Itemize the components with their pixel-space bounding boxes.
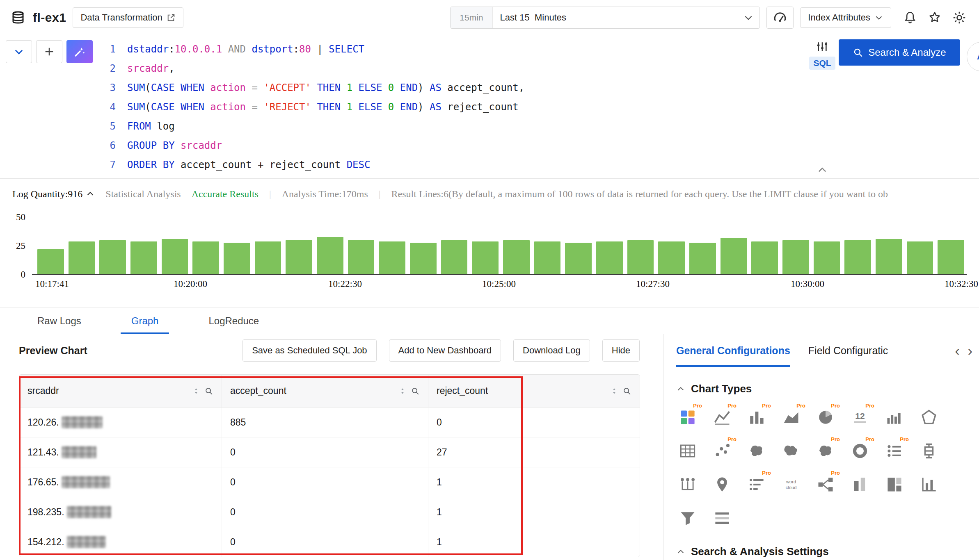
settings-button[interactable]	[950, 9, 968, 27]
histogram-bar[interactable]	[224, 243, 250, 275]
sql-mode-badge[interactable]: SQL	[809, 57, 835, 70]
histogram-bar[interactable]	[689, 243, 716, 275]
histogram-bar[interactable]	[255, 241, 281, 275]
histogram-bar[interactable]	[658, 241, 685, 275]
chart-type-line-chart[interactable]: Pro	[711, 406, 734, 429]
chart-type-column-compare[interactable]	[849, 473, 871, 496]
table-row[interactable]: 198.235.01	[19, 497, 640, 527]
favorites-button[interactable]	[926, 9, 944, 27]
table-row[interactable]: 120.26.8850	[19, 407, 640, 437]
code-lines[interactable]: 1dstaddr:10.0.0.1 AND dstport:80 | SELEC…	[101, 39, 524, 174]
chart-type-treemap[interactable]	[883, 473, 906, 496]
add-query-tab-button[interactable]	[36, 40, 62, 63]
search-settings-section-header[interactable]: Search & Analysis Settings	[676, 545, 979, 558]
histogram-bar[interactable]	[627, 240, 654, 275]
histogram-bar[interactable]	[69, 241, 95, 275]
code-line[interactable]: 5FROM log	[101, 116, 524, 136]
histogram-bar[interactable]	[751, 241, 778, 275]
histogram-bar[interactable]	[130, 241, 157, 275]
histogram-bar[interactable]	[348, 240, 375, 275]
chart-type-progress-list[interactable]: Pro	[883, 439, 906, 462]
chart-type-word-cloud[interactable]: wordcloud	[780, 473, 803, 496]
notifications-button[interactable]	[901, 9, 919, 27]
chart-type-pie-chart[interactable]: Pro	[814, 406, 837, 429]
chart-type-flow-chart[interactable]	[676, 473, 699, 496]
code-line[interactable]: 6GROUP BY srcaddr	[101, 136, 524, 155]
chart-type-scatter-chart[interactable]: Pro	[711, 439, 734, 462]
chart-type-histogram[interactable]	[883, 406, 906, 429]
query-history-dropdown[interactable]	[6, 40, 32, 63]
chart-type-region-map[interactable]: Pro	[814, 439, 837, 462]
histogram-bar[interactable]	[565, 243, 592, 275]
histogram-bar[interactable]	[317, 237, 343, 275]
tab-logreduce[interactable]: LogReduce	[198, 308, 270, 334]
histogram-bar[interactable]	[472, 241, 499, 275]
ai-assistant-button[interactable]: AI	[967, 42, 979, 71]
scroll-right-icon[interactable]: ›	[968, 344, 972, 357]
search-analyze-button[interactable]: Search & Analyze	[839, 39, 960, 66]
ai-copilot-button[interactable]	[66, 40, 93, 63]
histogram-bar[interactable]	[37, 249, 64, 275]
tab-field-configuration[interactable]: Field Configuratic	[808, 334, 888, 367]
chart-type-column-chart[interactable]: Pro	[745, 406, 768, 429]
scroll-left-icon[interactable]: ‹	[955, 344, 959, 357]
save-scheduled-sql-job-button[interactable]: Save as Scheduled SQL Job	[242, 339, 376, 362]
chart-type-map-pin[interactable]	[711, 473, 734, 496]
sort-icon[interactable]	[398, 387, 407, 395]
code-line[interactable]: 4SUM(CASE WHEN action = 'REJECT' THEN 1 …	[101, 97, 524, 116]
sort-icon[interactable]	[192, 387, 200, 395]
chart-type-area-chart[interactable]: Pro	[780, 406, 803, 429]
histogram-bar[interactable]	[410, 243, 437, 275]
histogram-bar[interactable]	[162, 239, 188, 275]
chart-type-axis-chart[interactable]	[917, 473, 940, 496]
column-search-icon[interactable]	[411, 387, 420, 396]
histogram-bar[interactable]	[286, 240, 312, 275]
histogram-bar[interactable]	[876, 239, 902, 275]
table-row[interactable]: 154.212.01	[19, 527, 640, 557]
code-line[interactable]: 2srcaddr,	[101, 59, 524, 78]
chart-type-funnel-chart[interactable]	[676, 507, 699, 530]
histogram-bar[interactable]	[814, 241, 840, 275]
table-row[interactable]: 176.65.01	[19, 467, 640, 497]
chart-settings-icon[interactable]	[816, 40, 829, 53]
add-to-new-dashboard-button[interactable]: Add to New Dashboard	[389, 339, 501, 362]
code-line[interactable]: 3SUM(CASE WHEN action = 'ACCEPT' THEN 1 …	[101, 78, 524, 97]
histogram-bar[interactable]	[596, 241, 623, 275]
chart-type-world-map[interactable]	[780, 439, 803, 462]
chart-types-section-header[interactable]: Chart Types	[676, 382, 979, 395]
histogram-bar[interactable]	[441, 240, 468, 275]
histogram-bar[interactable]	[782, 240, 809, 275]
histogram-bar[interactable]	[721, 238, 747, 275]
chart-type-pro-table[interactable]: Pro	[676, 406, 699, 429]
scan-mode-button[interactable]	[766, 7, 794, 29]
histogram-collapse-chevron[interactable]	[86, 189, 95, 198]
data-transformation-button[interactable]: Data Transformation	[73, 7, 183, 28]
download-log-button[interactable]: Download Log	[513, 339, 590, 362]
histogram-bar[interactable]	[938, 240, 964, 275]
column-search-icon[interactable]	[622, 387, 631, 396]
histogram-bar[interactable]	[503, 240, 530, 275]
hide-button[interactable]: Hide	[602, 339, 640, 362]
index-attributes-button[interactable]: Index Attributes	[800, 7, 891, 28]
chart-type-single-value[interactable]: 12Pro	[849, 406, 871, 429]
tab-graph[interactable]: Graph	[121, 308, 169, 334]
sort-icon[interactable]	[610, 387, 618, 395]
chart-type-table[interactable]	[676, 439, 699, 462]
histogram-bar[interactable]	[379, 241, 405, 275]
chart-type-relation-chart[interactable]: Pro	[814, 473, 837, 496]
histogram-bar[interactable]	[844, 240, 871, 275]
time-range-select[interactable]: 15min Last 15 Minutes	[450, 7, 760, 29]
chart-type-rank-list[interactable]: Pro	[745, 473, 768, 496]
code-line[interactable]: 7ORDER BY accept_count + reject_count DE…	[101, 155, 524, 174]
editor-collapse-chevron[interactable]	[817, 164, 828, 176]
tab-raw-logs[interactable]: Raw Logs	[27, 308, 92, 334]
chart-type-china-map[interactable]	[745, 439, 768, 462]
histogram-bar[interactable]	[907, 241, 933, 275]
chart-type-radar-chart[interactable]	[917, 406, 940, 429]
tab-general-configurations[interactable]: General Configurations	[676, 334, 790, 367]
chart-type-box-plot[interactable]	[917, 439, 940, 462]
table-row[interactable]: 121.43.027	[19, 437, 640, 467]
histogram-bar[interactable]	[99, 240, 126, 275]
code-line[interactable]: 1dstaddr:10.0.0.1 AND dstport:80 | SELEC…	[101, 39, 524, 59]
chart-type-donut-chart[interactable]: Pro	[849, 439, 871, 462]
